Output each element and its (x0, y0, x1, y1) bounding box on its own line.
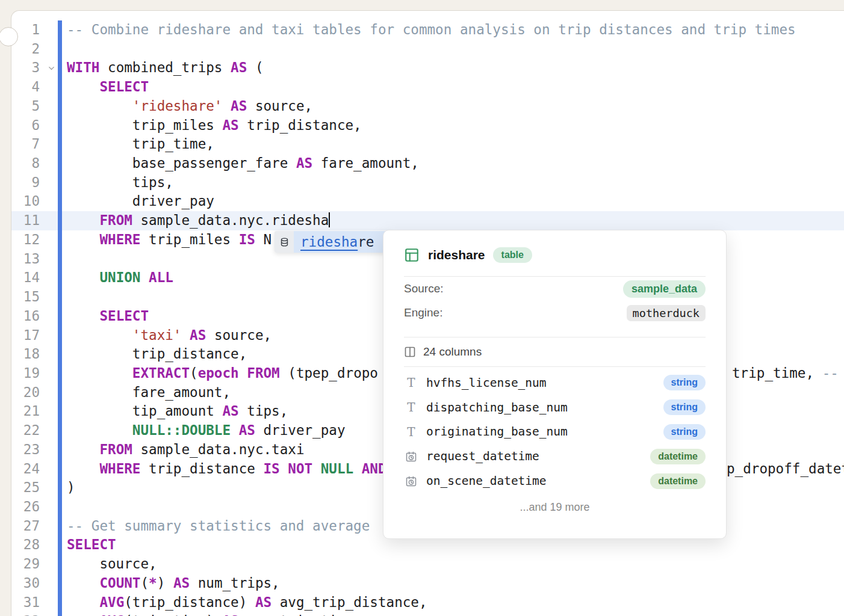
text-type-icon: T (404, 377, 418, 389)
fold-gutter (40, 288, 67, 307)
fold-gutter (40, 364, 67, 383)
code-line-29[interactable]: 29 source, (11, 555, 844, 574)
code-text: source, (67, 555, 157, 574)
popup-header: rideshare table (404, 246, 706, 264)
code-text: trip_distance, (67, 345, 247, 364)
code-line-11[interactable]: 11 FROM sample_data.nyc.ridesha (11, 211, 844, 230)
fold-gutter (40, 555, 67, 574)
code-line-3[interactable]: 3WITH combined_trips AS ( (11, 58, 844, 78)
code-text: FROM sample_data.nyc.taxi (67, 440, 305, 460)
fold-gutter (40, 440, 67, 460)
code-text: fare_amount, (67, 383, 231, 402)
column-row: Tdispatching_base_numstring (404, 395, 706, 420)
code-text: WITH combined_trips AS ( (67, 58, 264, 78)
fold-gutter (40, 574, 67, 593)
fold-gutter (40, 192, 67, 211)
columns-count-row: 24 columns (404, 339, 706, 365)
line-number: 14 (11, 268, 40, 288)
column-name: dispatching_base_num (426, 401, 663, 414)
fold-gutter (40, 593, 67, 612)
fold-gutter (40, 383, 67, 402)
table-info-popup: rideshare table Source: sample_data Engi… (383, 230, 727, 539)
code-text: COUNT(*) AS num_trips, (67, 574, 280, 593)
code-line-31[interactable]: 31 AVG(trip_distance) AS avg_trip_distan… (11, 593, 844, 612)
fold-chevron-icon[interactable] (40, 58, 67, 78)
autocomplete-item-rideshare[interactable]: rideshare (294, 231, 392, 253)
line-number: 10 (11, 192, 40, 211)
code-line-30[interactable]: 30 COUNT(*) AS num_trips, (11, 574, 844, 593)
code-text: AVG(trip_distance) AS avg_trip_distance, (67, 593, 427, 612)
fold-gutter (40, 612, 67, 616)
fold-gutter (40, 230, 67, 250)
database-icon (275, 231, 294, 253)
code-text: SELECT (67, 307, 149, 326)
column-name: hvfhs_license_num (426, 376, 663, 390)
line-number: 27 (11, 517, 40, 536)
code-line-5[interactable]: 5 'rideshare' AS source, (11, 97, 844, 116)
fold-gutter (40, 478, 67, 497)
line-number: 31 (11, 593, 40, 612)
autocomplete-match-text: ridesha (300, 234, 358, 250)
code-line-32[interactable]: 32 AVG(trip_time) AS avg_trip_time, (11, 612, 844, 616)
code-line-2[interactable]: 2 (11, 40, 844, 59)
code-line-10[interactable]: 10 driver_pay (11, 192, 844, 211)
calendar-clock-icon (404, 475, 418, 487)
fold-gutter (40, 20, 67, 40)
line-number: 9 (11, 173, 40, 192)
column-name: on_scene_datetime (426, 474, 650, 488)
code-text-right-fragment: p_dropoff_datet (727, 460, 844, 479)
code-text: FROM sample_data.nyc.ridesha (67, 211, 330, 230)
line-number: 18 (11, 345, 40, 364)
code-line-4[interactable]: 4 SELECT (11, 78, 844, 97)
column-type-badge: datetime (650, 449, 706, 464)
columns-icon (404, 346, 416, 358)
text-cursor (329, 212, 330, 227)
code-text: -- Combine rideshare and taxi tables for… (67, 20, 796, 40)
code-line-7[interactable]: 7 trip_time, (11, 135, 844, 154)
code-text: NULL::DOUBLE AS driver_pay (67, 421, 346, 440)
fold-gutter (40, 268, 67, 288)
sql-editor-cell: 1-- Combine rideshare and taxi tables fo… (11, 10, 844, 616)
column-name: request_datetime (426, 449, 650, 463)
code-line-1[interactable]: 1-- Combine rideshare and taxi tables fo… (11, 20, 844, 40)
code-text: driver_pay (67, 192, 214, 211)
code-text: base_passenger_fare AS fare_amount, (67, 154, 419, 173)
code-line-6[interactable]: 6 trip_miles AS trip_distance, (11, 116, 844, 135)
fold-gutter (40, 460, 67, 479)
line-number: 30 (11, 574, 40, 593)
code-text: trip_time, (67, 135, 214, 154)
source-row: Source: sample_data (404, 277, 706, 301)
code-text-right-fragment: trip_time, -- (732, 364, 839, 383)
code-text: -- Get summary statistics and average (67, 517, 378, 536)
line-number: 13 (11, 250, 40, 269)
table-type-badge: table (493, 247, 532, 263)
line-number: 4 (11, 78, 40, 97)
source-label: Source: (404, 282, 443, 295)
line-number: 28 (11, 535, 40, 555)
code-text: tip_amount AS tips, (67, 402, 288, 421)
code-line-8[interactable]: 8 base_passenger_fare AS fare_amount, (11, 154, 844, 173)
code-text: 'taxi' AS source, (67, 326, 272, 345)
fold-gutter (40, 345, 67, 364)
autocomplete-popup: rideshare (275, 231, 392, 253)
columns-list: Thvfhs_license_numstringTdispatching_bas… (404, 371, 706, 493)
fold-gutter (40, 40, 67, 59)
line-number: 29 (11, 555, 40, 574)
line-number: 23 (11, 440, 40, 460)
column-row: Toriginating_base_numstring (404, 420, 706, 445)
code-text: SELECT (67, 535, 116, 555)
line-number: 19 (11, 364, 40, 383)
calendar-clock-icon (404, 451, 418, 463)
fold-gutter (40, 421, 67, 440)
code-text: UNION ALL (67, 268, 173, 288)
line-number: 16 (11, 307, 40, 326)
fold-gutter (40, 116, 67, 135)
column-name: originating_base_num (426, 425, 663, 439)
line-number: 5 (11, 97, 40, 116)
code-line-9[interactable]: 9 tips, (11, 173, 844, 192)
line-number: 15 (11, 288, 40, 307)
fold-gutter (40, 307, 67, 326)
column-type-badge: string (663, 375, 706, 390)
more-columns-text: ...and 19 more (404, 501, 706, 514)
cell-indicator-bar (58, 20, 62, 616)
